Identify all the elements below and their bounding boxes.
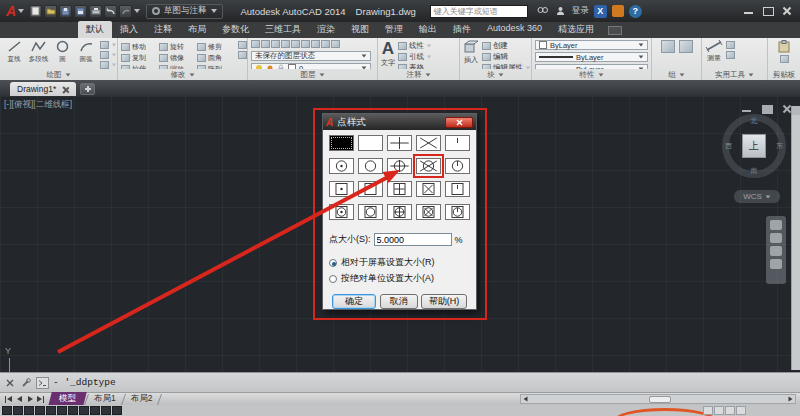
hatch-tool-icon[interactable] (100, 61, 109, 69)
next-layout-icon[interactable] (25, 395, 35, 404)
command-text[interactable]: - '_ddptype (53, 377, 116, 388)
layer-tool-icon[interactable] (261, 40, 270, 48)
help-icon[interactable]: ? (629, 5, 642, 18)
modify-tool-copy[interactable]: 复制 (121, 53, 159, 63)
horizontal-scrollbar[interactable] (520, 394, 796, 404)
status-button[interactable] (736, 406, 746, 415)
layer-tool-icon[interactable] (281, 40, 290, 48)
panel-label-clipboard[interactable]: 剪贴板 (768, 69, 800, 80)
group-tool-icon[interactable] (661, 40, 675, 53)
layer-tool-icon[interactable] (331, 40, 340, 48)
object-color-dropdown[interactable]: ByLayer (535, 40, 648, 50)
layer-tool-icon[interactable] (271, 40, 280, 48)
restore-button[interactable] (762, 6, 774, 16)
status-button[interactable] (725, 406, 735, 415)
erase-tool-icon[interactable] (238, 41, 247, 49)
navigation-bar[interactable] (766, 216, 786, 284)
draw-tool-polyline[interactable]: 多段线 (27, 40, 49, 69)
drafting-toggle-button[interactable] (57, 406, 67, 415)
panel-label-properties[interactable]: 特性 (532, 69, 651, 80)
command-line[interactable]: - '_ddptype (0, 372, 800, 392)
first-layout-icon[interactable] (3, 395, 13, 404)
status-button[interactable] (703, 406, 713, 415)
ungroup-tool-icon[interactable] (679, 40, 693, 53)
leader-tool[interactable]: 引线 (398, 52, 432, 62)
new-file-button[interactable] (29, 5, 42, 18)
explode-tool-icon[interactable] (238, 51, 247, 59)
viewcube-north[interactable]: 北 (751, 116, 758, 126)
tab-layout2[interactable]: 布局2 (125, 392, 159, 406)
orbit-icon[interactable] (770, 259, 782, 269)
tab-model[interactable]: 模型 (48, 392, 86, 406)
scroll-right-icon[interactable] (789, 397, 793, 402)
plot-button[interactable] (89, 5, 102, 18)
rectangle-tool-icon[interactable] (100, 41, 109, 49)
drafting-toggle-button[interactable] (35, 406, 45, 415)
save-button[interactable] (59, 5, 72, 18)
tab-默认[interactable]: 默认 (78, 21, 112, 38)
communication-center-icon[interactable] (612, 5, 624, 17)
tab-三维工具[interactable]: 三维工具 (257, 21, 309, 38)
tab-参数化[interactable]: 参数化 (214, 21, 257, 38)
tab-输出[interactable]: 输出 (411, 21, 445, 38)
doc-restore-button[interactable] (761, 104, 773, 114)
command-customize-wrench-icon[interactable] (20, 377, 32, 389)
tab-渲染[interactable]: 渲染 (309, 21, 343, 38)
save-as-button[interactable] (74, 5, 87, 18)
modify-tool-trim[interactable]: 修剪 (197, 42, 235, 52)
vertical-scrollbar[interactable] (791, 106, 800, 370)
layer-tool-icon[interactable] (291, 40, 300, 48)
tab-注释[interactable]: 注释 (146, 21, 180, 38)
drawing-canvas[interactable]: [-][俯视][二维线框] 北 南 西 东 上 WCS Y (0, 96, 800, 372)
user-icon[interactable] (554, 5, 567, 18)
tab-视图[interactable]: 视图 (343, 21, 377, 38)
new-drawing-tab-button[interactable] (80, 83, 95, 95)
edit-block-tool[interactable]: 编辑 (482, 52, 531, 62)
viewcube-south[interactable]: 南 (751, 166, 758, 176)
draw-tool-line[interactable]: 直线 (3, 40, 25, 69)
tab-Autodesk 360[interactable]: Autodesk 360 (479, 21, 550, 38)
modify-tool-fillet[interactable]: 圆角 (197, 53, 235, 63)
panel-label-group[interactable]: 组 (652, 69, 701, 80)
layer-tool-icon[interactable] (301, 40, 310, 48)
cut-icon[interactable] (780, 55, 789, 63)
tab-精选应用[interactable]: 精选应用 (550, 21, 602, 38)
draw-tool-circle[interactable]: 圆 (51, 40, 73, 69)
open-file-button[interactable] (44, 5, 57, 18)
autocad-logo-icon[interactable]: A (3, 2, 27, 20)
panel-label-modify[interactable]: 修改 (118, 69, 247, 80)
signin-label[interactable]: 登录 (572, 5, 589, 17)
layer-tool-icon[interactable] (251, 40, 260, 48)
panel-label-draw[interactable]: 绘图 (0, 69, 117, 80)
undo-button[interactable] (104, 5, 117, 18)
file-tab-drawing1[interactable]: Drawing1* (10, 82, 76, 96)
viewcube[interactable]: 北 南 西 东 上 (722, 114, 786, 178)
close-button[interactable] (781, 6, 793, 16)
panel-label-utilities[interactable]: 实用工具 (702, 69, 767, 80)
modify-tool-move[interactable]: 移动 (121, 42, 159, 52)
last-layout-icon[interactable] (36, 395, 46, 404)
drafting-toggle-button[interactable] (68, 406, 78, 415)
drafting-toggle-button[interactable] (13, 406, 23, 415)
quick-calc-icon[interactable] (726, 51, 735, 59)
drafting-toggle-button[interactable] (46, 406, 56, 415)
panel-label-block[interactable]: 块 (460, 69, 531, 80)
tab-layout1[interactable]: 布局1 (88, 392, 122, 406)
tab-布局[interactable]: 布局 (180, 21, 214, 38)
viewcube-west[interactable]: 西 (725, 141, 732, 151)
text-tool[interactable]: A文字 (381, 40, 395, 69)
redo-button[interactable] (119, 5, 132, 18)
minimize-button[interactable] (743, 6, 755, 16)
drafting-toggle-button[interactable] (101, 406, 111, 415)
tab-管理[interactable]: 管理 (377, 21, 411, 38)
tab-插件[interactable]: 插件 (445, 21, 479, 38)
steering-wheel-icon[interactable] (770, 220, 782, 230)
quick-select-icon[interactable] (726, 41, 735, 49)
ellipse-tool-icon[interactable] (100, 51, 109, 59)
paste-icon[interactable] (778, 40, 790, 53)
scrollbar-thumb[interactable] (649, 396, 671, 403)
modify-tool-rotate[interactable]: 旋转 (159, 42, 197, 52)
tab-插入[interactable]: 插入 (112, 21, 146, 38)
linear-dimension-tool[interactable]: 线性 (398, 41, 432, 51)
modify-tool-mirror[interactable]: 镜像 (159, 53, 197, 63)
